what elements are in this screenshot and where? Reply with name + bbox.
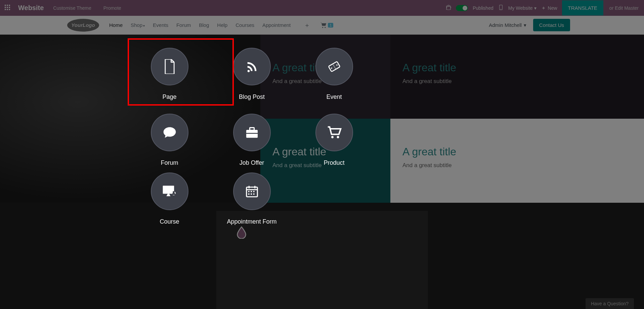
option-label: Page — [162, 93, 176, 101]
new-forum-option[interactable]: Forum — [128, 105, 211, 166]
svg-point-21 — [337, 136, 339, 138]
option-label: Blog Post — [239, 93, 265, 101]
new-page-option[interactable]: Page — [128, 39, 211, 101]
option-label: Event — [326, 93, 342, 101]
new-event-option[interactable]: Event — [293, 39, 375, 101]
new-job-offer-option[interactable]: Job Offer — [211, 105, 293, 166]
svg-rect-34 — [253, 193, 254, 195]
svg-point-24 — [173, 191, 175, 193]
new-course-option[interactable]: Course — [128, 164, 211, 225]
svg-point-14 — [331, 67, 332, 69]
new-content-modal: Page Blog Post Event Forum Job Offer Pro… — [128, 39, 375, 223]
svg-rect-32 — [248, 193, 249, 195]
new-product-option[interactable]: Product — [293, 105, 375, 166]
svg-point-20 — [331, 136, 334, 138]
option-label: Course — [160, 218, 179, 225]
svg-point-15 — [336, 64, 338, 66]
svg-line-16 — [333, 64, 336, 69]
option-label: Product — [324, 159, 344, 166]
svg-rect-19 — [246, 133, 257, 134]
svg-rect-18 — [250, 128, 254, 130]
svg-rect-33 — [251, 193, 252, 195]
svg-rect-29 — [248, 191, 249, 192]
option-label: Appointment Form — [227, 218, 276, 225]
new-blog-post-option[interactable]: Blog Post — [211, 39, 293, 101]
svg-rect-31 — [253, 191, 254, 192]
new-appointment-form-option[interactable]: Appointment Form — [211, 164, 293, 225]
svg-rect-30 — [251, 191, 252, 192]
